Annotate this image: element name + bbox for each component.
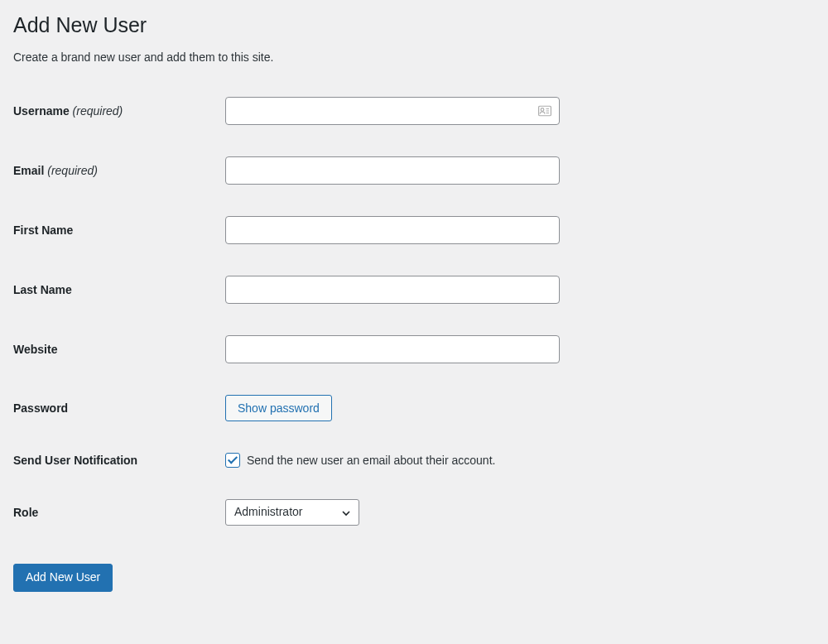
- svg-point-1: [541, 108, 544, 112]
- svg-rect-0: [539, 106, 551, 116]
- username-input[interactable]: [225, 97, 560, 125]
- page-title: Add New User: [13, 13, 815, 37]
- last-name-input[interactable]: [225, 276, 560, 304]
- first-name-label: First Name: [13, 223, 225, 237]
- show-password-button[interactable]: Show password: [225, 395, 332, 421]
- notification-label: Send User Notification: [13, 454, 225, 467]
- first-name-input[interactable]: [225, 216, 560, 244]
- website-label: Website: [13, 343, 225, 356]
- email-label: Email (required): [13, 164, 225, 177]
- contact-card-icon: [538, 106, 551, 117]
- last-name-label: Last Name: [13, 283, 225, 296]
- password-label: Password: [13, 401, 225, 415]
- role-label: Role: [13, 506, 225, 519]
- role-select[interactable]: SubscriberContributorAuthorEditorAdminis…: [225, 499, 359, 526]
- notification-checkbox[interactable]: [225, 453, 240, 468]
- username-label: Username (required): [13, 104, 225, 118]
- email-input[interactable]: [225, 156, 560, 185]
- website-input[interactable]: [225, 335, 560, 363]
- notification-checkbox-label[interactable]: Send the new user an email about their a…: [247, 454, 495, 467]
- add-new-user-button[interactable]: Add New User: [13, 564, 113, 592]
- page-description: Create a brand new user and add them to …: [13, 50, 815, 64]
